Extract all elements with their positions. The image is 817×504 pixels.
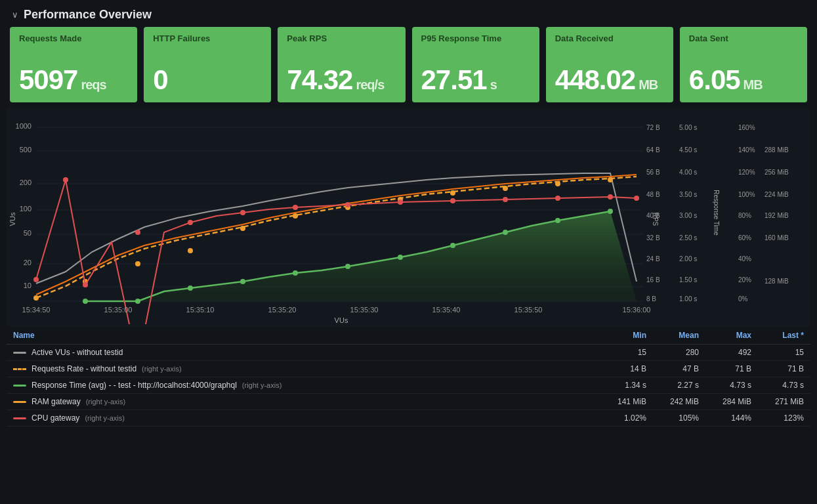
- series-indicator-0: [13, 352, 26, 354]
- td-mean-0: 280: [646, 348, 699, 357]
- td-last-2: 4.73 s: [751, 381, 804, 390]
- svg-text:224 MiB: 224 MiB: [765, 191, 789, 198]
- td-name-3: RAM gateway (right y-axis): [13, 397, 594, 406]
- td-name-0: Active VUs - without testid: [13, 348, 594, 357]
- svg-point-51: [555, 196, 560, 201]
- svg-text:192 MiB: 192 MiB: [765, 212, 789, 219]
- svg-point-20: [240, 279, 245, 284]
- metric-value-1: 0: [153, 64, 262, 96]
- header: ∨ Performance Overview: [0, 0, 817, 27]
- td-min-4: 1.02%: [594, 413, 646, 423]
- svg-text:100%: 100%: [738, 191, 755, 198]
- td-last-1: 71 B: [751, 364, 804, 373]
- svg-text:Response Time: Response Time: [713, 190, 720, 236]
- svg-text:15:35:30: 15:35:30: [350, 306, 379, 314]
- svg-point-42: [83, 282, 88, 287]
- svg-point-21: [293, 270, 298, 276]
- metric-card-0: Requests Made 5097reqs: [10, 27, 137, 102]
- td-min-2: 1.34 s: [594, 381, 646, 390]
- td-max-0: 492: [699, 348, 751, 357]
- svg-text:24 B: 24 B: [646, 255, 660, 262]
- table-header: Name Min Mean Max Last *: [7, 327, 810, 345]
- svg-point-44: [188, 220, 193, 225]
- svg-text:16 B: 16 B: [646, 276, 660, 284]
- svg-point-40: [33, 277, 39, 282]
- td-last-0: 15: [751, 348, 804, 357]
- td-mean-3: 242 MiB: [646, 397, 699, 406]
- axis-note-4: (right y-axis): [85, 414, 125, 422]
- svg-text:15:35:50: 15:35:50: [514, 306, 543, 314]
- metric-label-5: Data Sent: [689, 33, 798, 43]
- svg-text:72 B: 72 B: [646, 124, 660, 131]
- svg-point-28: [33, 295, 39, 301]
- metrics-row: Requests Made 5097reqs HTTP Failures 0 P…: [0, 27, 817, 102]
- svg-text:120%: 120%: [738, 169, 755, 176]
- metric-card-1: HTTP Failures 0: [144, 27, 271, 102]
- axis-note-2: (right y-axis): [242, 381, 282, 389]
- svg-text:3.50 s: 3.50 s: [679, 191, 697, 198]
- svg-point-52: [608, 194, 613, 200]
- svg-text:64 B: 64 B: [646, 146, 660, 154]
- td-mean-1: 47 B: [646, 364, 699, 373]
- metric-value-0: 5097reqs: [19, 64, 128, 96]
- svg-point-39: [608, 177, 613, 182]
- td-min-1: 14 B: [594, 364, 646, 373]
- td-mean-2: 2.27 s: [646, 381, 699, 390]
- metric-label-4: Data Received: [555, 33, 664, 43]
- svg-point-18: [135, 299, 140, 304]
- svg-point-25: [503, 230, 508, 235]
- svg-point-50: [503, 197, 508, 202]
- metric-unit-0: reqs: [81, 77, 106, 93]
- svg-text:256 MiB: 256 MiB: [765, 169, 789, 176]
- table-row: Response Time (avg) - - test - http://lo…: [7, 377, 810, 394]
- svg-point-49: [450, 198, 455, 203]
- svg-point-41: [63, 177, 68, 182]
- chart-area: 1000 500 200 100 50 20 10 VUs: [7, 108, 810, 327]
- series-indicator-3: [13, 401, 26, 403]
- svg-text:0%: 0%: [738, 295, 748, 303]
- metric-label-0: Requests Made: [19, 33, 128, 43]
- svg-point-17: [83, 299, 88, 304]
- table-section: Name Min Mean Max Last * Active VUs - wi…: [7, 327, 810, 427]
- svg-text:15:35:10: 15:35:10: [186, 306, 215, 314]
- metric-card-3: P95 Response Time 27.51s: [412, 27, 539, 102]
- th-name: Name: [13, 331, 594, 340]
- td-name-4: CPU gateway (right y-axis): [13, 413, 594, 423]
- svg-point-45: [240, 210, 245, 215]
- td-max-3: 284 MiB: [699, 397, 751, 406]
- metric-card-5: Data Sent 6.05MB: [680, 27, 807, 102]
- svg-point-48: [398, 200, 403, 205]
- svg-text:140%: 140%: [738, 146, 755, 154]
- main-chart: 1000 500 200 100 50 20 10 VUs: [7, 114, 810, 324]
- svg-text:500: 500: [20, 146, 31, 154]
- td-max-2: 4.73 s: [699, 381, 751, 390]
- metric-value-2: 74.32req/s: [287, 64, 396, 96]
- svg-text:4.50 s: 4.50 s: [679, 146, 697, 154]
- metric-value-5: 6.05MB: [689, 64, 798, 96]
- metric-value-3: 27.51s: [421, 64, 530, 96]
- svg-text:2.00 s: 2.00 s: [679, 255, 697, 262]
- svg-point-26: [555, 218, 560, 223]
- svg-text:50: 50: [24, 229, 31, 237]
- td-min-0: 15: [594, 348, 646, 357]
- svg-point-31: [188, 248, 193, 253]
- svg-point-33: [293, 213, 298, 219]
- series-indicator-2: [13, 385, 26, 387]
- svg-point-24: [450, 243, 455, 248]
- metric-unit-3: s: [490, 77, 497, 93]
- svg-text:3.00 s: 3.00 s: [679, 212, 697, 219]
- svg-text:15:35:20: 15:35:20: [268, 306, 297, 314]
- svg-text:RPS: RPS: [652, 213, 659, 226]
- svg-point-46: [293, 205, 298, 210]
- svg-text:VUs: VUs: [335, 316, 348, 324]
- table-row: Active VUs - without testid 15 280 492 1…: [7, 345, 810, 361]
- svg-point-27: [608, 209, 613, 214]
- svg-text:128 MiB: 128 MiB: [765, 278, 789, 285]
- svg-point-43: [135, 230, 140, 235]
- svg-text:160 MiB: 160 MiB: [765, 234, 789, 242]
- td-name-1: Requests Rate - without testid (right y-…: [13, 364, 594, 373]
- svg-text:40%: 40%: [738, 255, 751, 262]
- axis-note-1: (right y-axis): [142, 365, 182, 373]
- svg-point-36: [450, 190, 455, 196]
- svg-text:1.50 s: 1.50 s: [679, 276, 697, 284]
